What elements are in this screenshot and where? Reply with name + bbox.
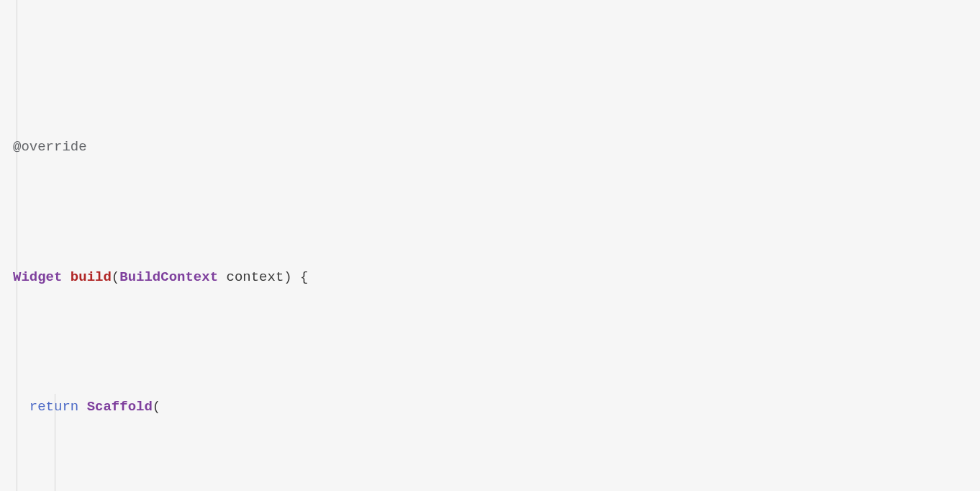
punct-token: ) {	[283, 269, 308, 285]
punct-token: (	[112, 269, 119, 285]
annotation-token: @override	[13, 139, 87, 155]
class-token: Scaffold	[87, 399, 153, 415]
code-line: @override	[13, 134, 980, 160]
param-token: context	[218, 269, 283, 285]
code-line: return Scaffold(	[13, 394, 980, 420]
type-token: Widget	[13, 269, 62, 285]
code-line: Widget build(BuildContext context) {	[13, 264, 980, 290]
function-name-token: build	[71, 269, 112, 285]
code-block: @override Widget build(BuildContext cont…	[0, 0, 980, 491]
punct-token: (	[153, 399, 160, 415]
type-token: BuildContext	[119, 269, 218, 285]
